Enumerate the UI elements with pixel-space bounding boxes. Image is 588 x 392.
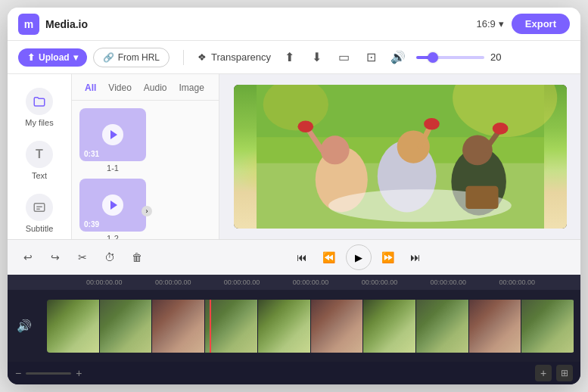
app-window: m Media.io 16:9 ▾ Export ⬆ Upload ▾ 🔗 Fr… [8, 8, 580, 384]
video-frame [234, 85, 567, 229]
split-view-button[interactable]: ▭ [334, 48, 353, 67]
tab-image[interactable]: Image [174, 80, 210, 95]
media-grid: 0:31 1-1 0:39 1-2 › [72, 101, 219, 239]
zoom-out-icon[interactable]: − [15, 367, 21, 379]
ruler-mark: 00:00:00.00 [155, 278, 191, 286]
toolbar: ⬆ Upload ▾ 🔗 From HRL ❖ Transparency ⬆ ⬇… [8, 41, 580, 74]
scissors-button[interactable]: ✂ [73, 247, 92, 267]
media-duration-1: 0:31 [84, 150, 99, 158]
skip-start-button[interactable]: ⏮ [291, 247, 313, 268]
timeline-ruler: 00:00:00.00 00:00:00.00 00:00:00.00 00:0… [8, 275, 580, 290]
film-frame [152, 300, 205, 353]
preview-video [234, 85, 567, 229]
upload-button[interactable]: ⬆ Upload ▾ [18, 48, 87, 67]
film-frame [363, 300, 416, 353]
timer-button[interactable]: ⏱ [100, 247, 120, 267]
tab-video[interactable]: Video [103, 80, 136, 95]
logo-icon: m [18, 14, 39, 35]
crop-button[interactable]: ⊡ [362, 48, 380, 67]
add-track-button[interactable]: + [535, 365, 552, 381]
title-bar: m Media.io 16:9 ▾ Export [8, 8, 580, 41]
text-icon: T [26, 141, 53, 168]
left-panel: My files T Text Subtitle [8, 74, 72, 239]
ruler-mark: 00:00:00.00 [224, 278, 260, 286]
tab-audio[interactable]: Audio [138, 80, 173, 95]
title-left: m Media.io [18, 14, 88, 35]
ruler-mark: 00:00:00.00 [86, 278, 123, 286]
upload-icon: ⬆ [27, 52, 35, 63]
ratio-value: 16:9 [477, 18, 496, 30]
flip-vertical-button[interactable]: ⬇ [307, 48, 325, 67]
transparency-slider-container: 20 [416, 51, 506, 63]
timeline-bottom: − + + ⊞ [8, 362, 580, 384]
film-frame [205, 300, 258, 353]
rewind-button[interactable]: ⏪ [319, 247, 340, 268]
transparency-control: ❖ Transparency [198, 51, 271, 63]
link-icon: 🔗 [103, 52, 114, 63]
from-hrl-button[interactable]: 🔗 From HRL [93, 48, 170, 67]
zoom-slider[interactable] [26, 372, 71, 375]
ruler-mark: 00:00:00.00 [499, 278, 535, 286]
fast-forward-button[interactable]: ⏩ [378, 247, 399, 268]
toolbar-left: ⬆ Upload ▾ 🔗 From HRL [18, 48, 170, 67]
export-button[interactable]: Export [512, 14, 570, 34]
flip-horizontal-button[interactable]: ⬆ [280, 48, 298, 67]
film-frame [258, 300, 311, 353]
timeline-track-area: 🔊 [8, 290, 580, 362]
trash-button[interactable]: 🗑 [127, 247, 147, 267]
media-thumb-1-2[interactable]: 0:39 [79, 179, 146, 232]
film-frame [311, 300, 364, 353]
svg-point-15 [320, 135, 349, 164]
film-frame [469, 300, 522, 353]
my-files-icon [26, 88, 53, 115]
toolbar-separator [183, 50, 184, 65]
film-frame [47, 300, 100, 353]
svg-point-23 [297, 121, 313, 133]
media-thumb-1-1[interactable]: 0:31 [79, 108, 146, 161]
edit-buttons: ↩ ↪ ✂ ⏱ 🗑 [18, 247, 147, 267]
film-strip [47, 300, 574, 353]
svg-rect-21 [465, 186, 498, 209]
sidebar-item-subtitle[interactable]: Subtitle [13, 189, 66, 238]
sidebar-item-text[interactable]: T Text [13, 136, 66, 185]
ruler-mark: 00:00:00.00 [293, 278, 329, 286]
volume-button[interactable]: 🔊 [389, 48, 407, 67]
film-frame [100, 300, 153, 353]
chevron-down-icon: ▾ [499, 18, 504, 30]
media-panel: All Video Audio Image 0:31 1-1 [72, 74, 219, 239]
transparency-slider[interactable] [416, 56, 484, 59]
main-content: My files T Text Subtitle [8, 74, 580, 239]
sidebar-item-my-files[interactable]: My files [13, 83, 66, 132]
expand-arrow-icon[interactable]: › [142, 206, 152, 216]
list-item: 0:31 1-1 [79, 108, 146, 173]
my-files-label: My files [25, 118, 53, 127]
preview-area [219, 74, 580, 239]
title-right: 16:9 ▾ Export [477, 14, 570, 34]
skip-end-button[interactable]: ⏭ [405, 247, 426, 268]
tab-all[interactable]: All [79, 80, 101, 95]
zoom-in-icon[interactable]: + [76, 367, 82, 379]
svg-point-27 [492, 123, 508, 135]
redo-button[interactable]: ↪ [45, 247, 65, 267]
subtitle-icon [26, 194, 53, 221]
playback-controls: ⏮ ⏪ ▶ ⏩ ⏭ [291, 244, 426, 270]
play-icon [102, 194, 123, 216]
ratio-select[interactable]: 16:9 ▾ [477, 18, 504, 30]
volume-icon[interactable]: 🔊 [8, 290, 41, 362]
zoom-controls: − + [15, 367, 82, 379]
film-frame [521, 300, 574, 353]
list-item: 0:39 1-2 › [79, 179, 146, 239]
playhead[interactable] [210, 300, 211, 353]
undo-button[interactable]: ↩ [18, 247, 38, 267]
chevron-down-icon: ▾ [73, 52, 78, 63]
app-name: Media.io [45, 18, 88, 30]
grid-view-button[interactable]: ⊞ [556, 365, 573, 381]
media-tabs: All Video Audio Image [72, 74, 219, 101]
toolbar-center: ❖ Transparency ⬆ ⬇ ▭ ⊡ 🔊 20 [198, 48, 570, 67]
timeline-controls: ↩ ↪ ✂ ⏱ 🗑 ⏮ ⏪ ▶ ⏩ ⏭ [8, 239, 580, 275]
media-name-2: 1-2 [107, 234, 119, 239]
ruler-marks: 00:00:00.00 00:00:00.00 00:00:00.00 00:0… [86, 278, 535, 286]
text-label: Text [32, 171, 47, 180]
video-track[interactable] [47, 300, 574, 353]
play-pause-button[interactable]: ▶ [346, 244, 372, 270]
